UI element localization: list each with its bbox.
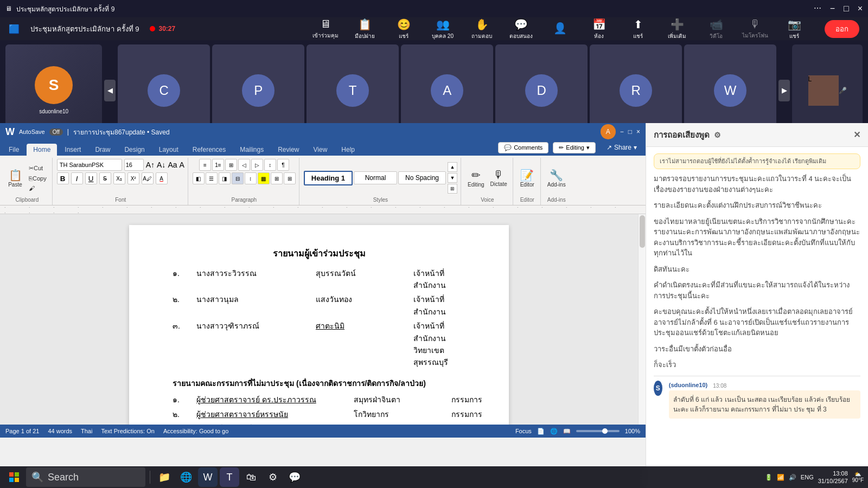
language-indicator-taskbar[interactable]: ENG (801, 474, 814, 480)
style-normal[interactable]: Normal (354, 171, 397, 184)
clock-display[interactable]: 13:08 31/10/2567 (818, 470, 848, 485)
styles-down-btn[interactable]: ▼ (448, 173, 457, 183)
tab-insert[interactable]: Insert (58, 144, 87, 156)
copy-button[interactable]: ⎘ Copy (27, 174, 49, 183)
text-predictions-status[interactable]: Text Predictions: On (101, 428, 154, 434)
align-right-button[interactable]: ◨ (219, 172, 231, 184)
shading-button[interactable]: ▩ (258, 172, 270, 184)
format-expand-btn[interactable]: ⊞ (284, 172, 296, 184)
strikethrough-button[interactable]: S̶ (99, 172, 111, 184)
emoji-btn[interactable]: 😊 แชร์ (391, 18, 417, 40)
line-spacing-button[interactable]: ↕ (245, 172, 257, 184)
align-left-button[interactable]: ◧ (193, 172, 205, 184)
decrease-indent-button[interactable]: ◁ (238, 159, 250, 171)
video-btn[interactable]: 📹 วิดีโอ (703, 18, 729, 40)
chrome-btn[interactable]: 🌐 (176, 467, 196, 487)
close-button[interactable]: × (858, 4, 863, 14)
zoom-slider[interactable] (576, 430, 620, 432)
join-screen-btn[interactable]: 🖥 เข้าร่วมคุม (312, 18, 339, 40)
paste-button[interactable]: 📋 Paste (5, 167, 25, 189)
style-heading1[interactable]: Heading 1 (304, 171, 353, 185)
tab-help[interactable]: Help (335, 144, 361, 156)
share2-btn[interactable]: 📷 แชร์ (781, 18, 807, 40)
clear-format-icon[interactable]: Aa (168, 160, 177, 169)
notepad-btn[interactable]: 📋 มือปฝาย (352, 18, 378, 40)
file-explorer-btn[interactable]: 📁 (155, 467, 174, 487)
dictate-button[interactable]: 🎙 Dictate (488, 167, 509, 189)
font-color-button[interactable]: A (156, 172, 168, 184)
highlight-button[interactable]: A🖊 (142, 172, 154, 184)
maximize-button[interactable]: □ (844, 4, 849, 14)
mic-btn[interactable]: 🎙 ไมโครโฟน (742, 18, 768, 40)
justify-button[interactable]: ⊟ (232, 172, 244, 184)
cut-button[interactable]: ✂ Cut (27, 164, 49, 173)
font-size-input[interactable] (124, 159, 144, 171)
share-word-btn[interactable]: ↗ Share ▾ (600, 142, 643, 153)
multilevel-button[interactable]: ⊞ (225, 159, 237, 171)
close-panel-btn[interactable]: ✕ (853, 130, 860, 140)
word-restore-btn[interactable]: □ (628, 128, 632, 136)
comments-btn[interactable]: 💬 Comments (498, 142, 548, 153)
underline-button[interactable]: U (85, 172, 97, 184)
react-btn[interactable]: 💬 ตอบสนอง (508, 18, 534, 40)
align-center-button[interactable]: ☰ (206, 172, 218, 184)
accessibility-status[interactable]: Accessibility: Good to go (163, 428, 228, 434)
profile-btn[interactable]: 👤 (547, 22, 573, 36)
end-call-button[interactable]: ออก (825, 20, 859, 38)
zoom-level[interactable]: 100% (625, 428, 640, 434)
web-layout-icon[interactable]: 🌐 (550, 428, 558, 435)
tab-draw[interactable]: Draw (88, 144, 117, 156)
decrease-font-icon[interactable]: A↓ (157, 160, 165, 169)
tab-references[interactable]: References (186, 144, 232, 156)
subscript-button[interactable]: X₂ (113, 172, 125, 184)
numbering-button[interactable]: 1≡ (212, 159, 224, 171)
line-btn[interactable]: 💬 (285, 467, 304, 487)
title-menu-dots[interactable]: ⋯ (814, 4, 821, 14)
editing-btn[interactable]: ✏ Editing ▾ (553, 142, 596, 153)
weather-widget[interactable]: ⛅ 90°F (852, 471, 864, 483)
qa-btn[interactable]: ✋ ถามตอบ (469, 18, 495, 40)
store-btn[interactable]: 🛍 (241, 467, 261, 487)
settings-icon[interactable]: ⚙ (714, 131, 721, 139)
tab-mailings[interactable]: Mailings (233, 144, 270, 156)
style-nospacing[interactable]: No Spacing (398, 171, 446, 184)
tab-design[interactable]: Design (118, 144, 151, 156)
settings-btn[interactable]: ⚙ (263, 467, 283, 487)
font-family-input[interactable] (57, 159, 122, 171)
reading-icon[interactable]: 📖 (563, 428, 571, 435)
editing-mode-btn[interactable]: ✏ Editing (465, 167, 487, 189)
styles-expand-btn[interactable]: ⊞ (448, 184, 457, 194)
increase-indent-button[interactable]: ▷ (251, 159, 263, 171)
tab-home[interactable]: Home (27, 144, 57, 156)
border-button[interactable]: ⊞ (271, 172, 283, 184)
sort-button[interactable]: ↕ (264, 159, 276, 171)
prev-participant-btn[interactable]: ◀ (104, 80, 116, 101)
search-taskbar-btn[interactable]: 🔍 Search (26, 467, 145, 487)
italic-button[interactable]: I (71, 172, 83, 184)
addins-button[interactable]: 🔧 Add-ins (545, 167, 568, 189)
word-close-btn[interactable]: × (636, 128, 640, 136)
tab-view[interactable]: View (307, 144, 334, 156)
tab-review[interactable]: Review (271, 144, 305, 156)
next-participant-btn[interactable]: ▶ (778, 80, 790, 101)
room-btn[interactable]: 📅 ห้อง (586, 18, 612, 40)
share-btn[interactable]: ⬆ แชร์ (625, 18, 651, 40)
bullets-button[interactable]: ≡ (199, 159, 211, 171)
tab-layout[interactable]: Layout (152, 144, 185, 156)
vertical-scrollbar[interactable] (638, 214, 646, 425)
format-painter-button[interactable]: 🖌 (27, 184, 49, 192)
editor-button[interactable]: 📝 Editor (518, 167, 537, 189)
styles-up-btn[interactable]: ▲ (448, 162, 457, 172)
teams-btn[interactable]: T (220, 467, 239, 487)
bold-button[interactable]: B (57, 172, 69, 184)
scroll-thumb[interactable] (640, 215, 645, 248)
word-min-btn[interactable]: − (620, 128, 624, 136)
text-color-icon[interactable]: A (180, 160, 184, 169)
superscript-button[interactable]: X² (127, 172, 139, 184)
more-btn[interactable]: ➕ เพิ่มเติม (664, 18, 690, 40)
show-formatting-button[interactable]: ¶ (277, 159, 289, 171)
language-indicator[interactable]: Thai (81, 428, 92, 434)
print-layout-icon[interactable]: 📄 (537, 428, 545, 435)
increase-font-icon[interactable]: A↑ (146, 160, 155, 169)
focus-btn[interactable]: Focus (515, 428, 532, 434)
